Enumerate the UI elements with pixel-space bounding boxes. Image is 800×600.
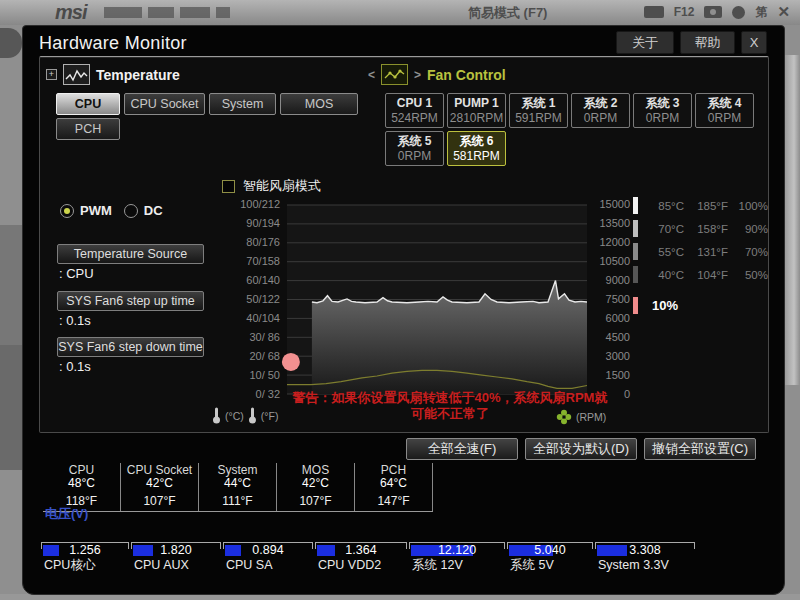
status-mos: MOS42°C107°F [277,463,355,511]
voltage-sys-5v: 5.040 系统 5V [507,542,593,573]
threshold-row-90: 70°C158°F90% [633,220,768,237]
screenshot-icon [704,6,722,18]
easy-mode-label: 简易模式 (F7) [468,4,547,22]
full-speed-all-button[interactable]: 全部全速(F) [406,438,518,460]
temperature-graph-icon [63,64,90,85]
temperature-status-bar: CPU48°C118°F CPU Socket42°C107°F System4… [43,463,433,512]
tab-system[interactable]: System [209,93,276,115]
dc-label: DC [144,203,163,218]
threshold-row-50: 40°C104°F50% [633,266,768,283]
smart-fan-label: 智能风扇模式 [243,177,321,195]
temp-axis-labels: 100/21290/19480/17670/15860/14050/12240/… [190,198,280,401]
celsius-unit-label: (°C) [225,410,244,422]
bios-title-blocks [104,7,230,18]
temperature-source-button[interactable]: Temperature Source [57,244,204,264]
stepup-time-value: : 0.1s [59,313,91,328]
background-shape [785,55,800,385]
temperature-section-title: Temperature [96,67,180,83]
status-pch: PCH64°C147°F [355,463,433,511]
hardware-monitor-window: Hardware Monitor 关于 帮助 X + Temperature <… [22,25,785,595]
thermometer-celsius-icon [212,407,221,425]
tab-cpu[interactable]: CPU [56,93,120,115]
fan-button-sys3[interactable]: 系统 3 0RPM [633,93,692,128]
fan-button-sys4[interactable]: 系统 4 0RPM [695,93,754,128]
fan-button-sys6-selected[interactable]: 系统 6 581RPM [447,131,506,166]
voltage-section-title: 电压(V) [45,505,88,523]
voltage-cpu-aux: 1.820 CPU AUX [131,542,221,573]
thermometer-fahrenheit-icon [248,407,257,425]
status-system: System44°C111°F [199,463,277,511]
tab-mos[interactable]: MOS [280,93,358,115]
voltage-cpu-core: 1.256 CPU核心 [41,542,129,573]
stepup-time-button[interactable]: SYS Fan6 step up time [57,291,204,311]
background-shape [0,345,22,470]
fan-button-cpu1[interactable]: CPU 1 524RPM [385,93,444,128]
threshold-row-70: 55°C131°F70% [633,243,768,260]
voltage-status-bar: 1.256 CPU核心 1.820 CPU AUX 0.894 CPU SA 1… [41,542,697,573]
prev-arrow-icon[interactable]: < [368,68,375,82]
keyboard-icon [644,6,664,18]
voltage-system-3v3: 3.308 System 3.3V [595,542,695,573]
stepdown-time-button[interactable]: SYS Fan6 step down time [57,337,204,357]
smart-fan-checkbox[interactable] [222,180,235,193]
fan-speed-warning: 警告：如果你设置风扇转速低于40%，系统风扇RPM就 可能不正常了 [275,390,625,422]
fan-curve-chart[interactable] [287,205,587,394]
about-button[interactable]: 关于 [616,31,674,54]
stepdown-time-value: : 0.1s [59,359,91,374]
current-duty-row: 10% [633,297,678,314]
window-title: Hardware Monitor [39,33,187,54]
background-shape [0,28,22,58]
pwm-radio[interactable] [60,204,74,218]
tab-pch[interactable]: PCH [56,118,120,140]
language-toggle-label: 第 [755,4,767,21]
monitor-panel: + Temperature < > Fan Control CPU CPU So… [39,56,769,433]
status-cpu-socket: CPU Socket42°C107°F [121,463,199,511]
circle-icon [732,6,745,19]
close-bios-icon: ✕ [777,3,790,21]
fan-button-pump1[interactable]: PUMP 1 2810RPM [447,93,506,128]
set-all-default-button[interactable]: 全部设为默认(D) [525,438,637,460]
fan-button-sys2[interactable]: 系统 2 0RPM [571,93,630,128]
temperature-source-value: : CPU [59,266,94,281]
close-window-button[interactable]: X [741,31,767,54]
voltage-cpu-vdd2: 1.364 CPU VDD2 [315,542,407,573]
threshold-row-100: 85°C185°F100% [633,197,768,214]
rpm-axis-labels: 1500013500120001050090007500600045003000… [593,198,630,401]
fan-control-section-title: Fan Control [427,67,506,83]
fan-control-graph-icon [381,64,408,85]
status-cpu: CPU48°C118°F [43,463,121,511]
voltage-sys-12v: 12.120 系统 12V [409,542,505,573]
msi-logo: msi [55,1,86,24]
pwm-label: PWM [80,203,112,218]
help-button[interactable]: 帮助 [680,31,735,54]
fan-button-sys5[interactable]: 系统 5 0RPM [385,131,444,166]
tab-cpu-socket[interactable]: CPU Socket [124,93,205,115]
fan-button-sys1[interactable]: 系统 1 591RPM [509,93,568,128]
background-shape [0,225,22,345]
next-arrow-icon[interactable]: > [414,68,421,82]
hotkey-label: F12 [674,5,695,19]
collapse-icon[interactable]: + [46,69,57,80]
voltage-cpu-sa: 0.894 CPU SA [223,542,313,573]
background-menubar: msi 简易模式 (F7) F12 第 ✕ [0,0,800,25]
dc-radio[interactable] [124,204,138,218]
undo-all-settings-button[interactable]: 撤销全部设置(C) [644,438,756,460]
